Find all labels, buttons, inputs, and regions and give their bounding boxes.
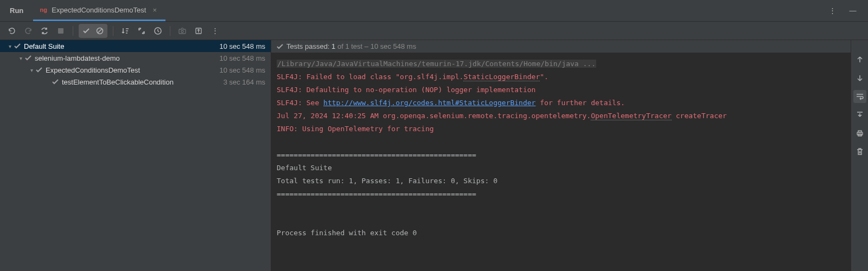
console-line: Default Suite bbox=[277, 164, 332, 172]
toggle-autotest-button[interactable] bbox=[38, 24, 51, 37]
chevron-down-icon[interactable]: ▾ bbox=[16, 55, 25, 61]
console-cmd: /Library/Java/JavaVirtualMachines/temuri… bbox=[277, 60, 596, 68]
console-underlined: OpenTelemetryTracer bbox=[591, 112, 672, 120]
tab-bar-right: ⋮ — bbox=[826, 4, 868, 17]
console-side-toolbar bbox=[851, 40, 868, 271]
toolbar-more-icon[interactable]: ⋮ bbox=[208, 24, 221, 37]
run-label[interactable]: Run bbox=[0, 0, 33, 21]
separator bbox=[170, 26, 170, 36]
console-line: createTracer bbox=[672, 112, 727, 120]
test-ok-icon bbox=[36, 67, 42, 73]
tree-row[interactable]: ▾ExpectedConditionsDemoTest10 sec 548 ms bbox=[0, 64, 271, 76]
filter-group bbox=[79, 24, 107, 38]
tree-label: ExpectedConditionsDemoTest bbox=[46, 66, 140, 74]
tree-label: Default Suite bbox=[24, 42, 64, 50]
test-tree[interactable]: ▾Default Suite10 sec 548 ms▾selenium-lam… bbox=[0, 40, 271, 271]
tree-time: 10 sec 548 ms bbox=[219, 42, 265, 50]
console-line: SLF4J: See bbox=[277, 99, 323, 107]
rerun-button[interactable] bbox=[5, 24, 18, 37]
testng-icon: ng bbox=[40, 6, 47, 14]
main-area: ▾Default Suite10 sec 548 ms▾selenium-lam… bbox=[0, 40, 868, 271]
test-ok-icon bbox=[25, 55, 31, 61]
chevron-down-icon[interactable]: ▾ bbox=[5, 43, 14, 49]
tests-passed-rest: of 1 test – 10 sec 548 ms bbox=[335, 42, 416, 50]
console-output[interactable]: /Library/Java/JavaVirtualMachines/temuri… bbox=[271, 53, 851, 271]
chevron-down-icon[interactable]: ▾ bbox=[27, 67, 36, 73]
clear-all-button[interactable] bbox=[853, 145, 866, 158]
svg-rect-0 bbox=[58, 28, 63, 34]
soft-wrap-button[interactable] bbox=[853, 90, 866, 103]
console-line: SLF4J: Failed to load class "org.slf4j.i… bbox=[277, 73, 463, 81]
screenshot-button bbox=[176, 24, 189, 37]
show-passed-button[interactable] bbox=[80, 25, 93, 37]
tree-row[interactable]: ▾Default Suite10 sec 548 ms bbox=[0, 40, 271, 52]
tree-row[interactable]: ▾selenium-lambdatest-demo10 sec 548 ms bbox=[0, 52, 271, 64]
more-icon[interactable]: ⋮ bbox=[826, 4, 839, 17]
expand-all-button[interactable] bbox=[135, 24, 148, 37]
console-line: for further details. bbox=[535, 99, 624, 107]
run-panel: Run ng ExpectedConditionsDemoTest × ⋮ — bbox=[0, 0, 868, 271]
show-ignored-button[interactable] bbox=[93, 25, 106, 37]
console-line: ========================================… bbox=[277, 151, 476, 159]
console-line: Process finished with exit code 0 bbox=[277, 229, 417, 237]
console-line: ". bbox=[540, 73, 548, 81]
console-line: Jul 27, 2024 12:40:25 AM org.openqa.sele… bbox=[277, 112, 591, 120]
test-toolbar: ⋮ bbox=[0, 22, 868, 40]
test-ok-icon bbox=[14, 43, 21, 49]
sort-button[interactable] bbox=[119, 24, 132, 37]
svg-point-4 bbox=[181, 30, 183, 33]
console-line: Total tests run: 1, Passes: 1, Failures:… bbox=[277, 177, 497, 185]
console-line: INFO: Using OpenTelemetry for tracing bbox=[277, 125, 434, 133]
scroll-to-end-button[interactable] bbox=[853, 108, 866, 121]
console-link[interactable]: http://www.slf4j.org/codes.html#StaticLo… bbox=[323, 99, 535, 107]
minimize-icon[interactable]: — bbox=[846, 4, 859, 17]
console-area: Tests passed: 1 of 1 test – 10 sec 548 m… bbox=[271, 40, 851, 271]
tree-label: selenium-lambdatest-demo bbox=[35, 54, 120, 62]
console-header: Tests passed: 1 of 1 test – 10 sec 548 m… bbox=[271, 40, 851, 53]
tree-time: 10 sec 548 ms bbox=[219, 54, 265, 62]
tree-label: testElementToBeClickableCondition bbox=[62, 78, 174, 86]
tab-run-configuration[interactable]: ng ExpectedConditionsDemoTest × bbox=[33, 0, 165, 21]
history-button[interactable] bbox=[151, 24, 164, 37]
tab-title: ExpectedConditionsDemoTest bbox=[52, 6, 146, 14]
close-icon[interactable]: × bbox=[150, 6, 159, 14]
export-button[interactable] bbox=[192, 24, 205, 37]
separator bbox=[73, 26, 73, 36]
test-ok-icon bbox=[52, 79, 59, 85]
svg-rect-3 bbox=[179, 29, 186, 34]
prev-occurrence-button[interactable] bbox=[853, 53, 866, 66]
rerun-failed-button bbox=[22, 24, 35, 37]
console-underlined: StaticLoggerBinder bbox=[463, 73, 540, 81]
console-line: SLF4J: Defaulting to no-operation (NOP) … bbox=[277, 86, 535, 94]
svg-rect-7 bbox=[858, 131, 861, 132]
print-button[interactable] bbox=[853, 127, 866, 140]
tests-passed-label: Tests passed: bbox=[286, 42, 331, 50]
tree-time: 3 sec 164 ms bbox=[224, 78, 265, 86]
tab-bar: Run ng ExpectedConditionsDemoTest × ⋮ — bbox=[0, 0, 868, 22]
separator bbox=[113, 26, 113, 36]
tree-row[interactable]: testElementToBeClickableCondition3 sec 1… bbox=[0, 76, 271, 88]
tree-time: 10 sec 548 ms bbox=[219, 66, 265, 74]
next-occurrence-button[interactable] bbox=[853, 72, 866, 85]
pass-check-icon bbox=[277, 43, 283, 50]
stop-button bbox=[54, 24, 67, 37]
console-line: ========================================… bbox=[277, 190, 476, 198]
